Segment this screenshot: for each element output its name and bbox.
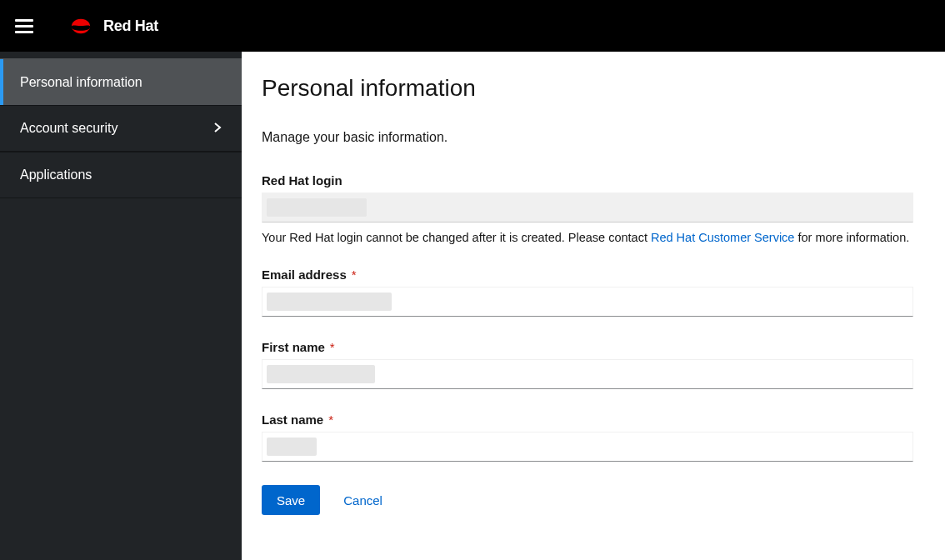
cancel-button[interactable]: Cancel [343,493,382,508]
field-group-email: Email address* [262,268,913,317]
first-name-label: First name* [262,340,913,354]
chevron-right-icon [213,121,222,136]
sidebar: Personal information Account security Ap… [0,52,242,560]
customer-service-link[interactable]: Red Hat Customer Service [651,231,794,244]
field-group-last-name: Last name* [262,412,913,462]
menu-toggle-button[interactable] [15,15,33,38]
login-input [262,192,913,222]
page-title: Personal information [262,75,925,102]
login-hint-post: for more information. [794,231,909,244]
page-subtitle: Manage your basic information. [262,130,925,145]
first-name-field[interactable] [262,359,913,389]
login-label: Red Hat login [262,173,913,188]
field-group-first-name: First name* [262,340,913,389]
brand-logo[interactable]: Red Hat [65,14,158,38]
email-label: Email address* [262,268,913,282]
last-name-label: Last name* [262,412,913,427]
login-hint: Your Red Hat login cannot be changed aft… [262,231,913,244]
brand-name: Red Hat [103,18,158,35]
form-actions: Save Cancel [262,485,925,515]
required-mark: * [328,412,333,427]
save-button[interactable]: Save [262,485,320,515]
last-name-field[interactable] [262,432,913,462]
redhat-hat-icon [65,14,97,38]
sidebar-item-account-security[interactable]: Account security [0,105,242,152]
field-group-login: Red Hat login Your Red Hat login cannot … [262,173,913,244]
sidebar-item-label: Personal information [20,75,142,90]
sidebar-item-personal-info[interactable]: Personal information [0,58,242,105]
sidebar-item-label: Applications [20,168,92,182]
sidebar-item-label: Account security [20,121,118,136]
required-mark: * [352,268,357,282]
login-hint-pre: Your Red Hat login cannot be changed aft… [262,231,651,244]
sidebar-item-applications[interactable]: Applications [0,152,242,198]
main-content: Personal information Manage your basic i… [242,52,945,560]
top-header: Red Hat [0,0,945,52]
email-field[interactable] [262,287,913,317]
required-mark: * [330,340,335,354]
